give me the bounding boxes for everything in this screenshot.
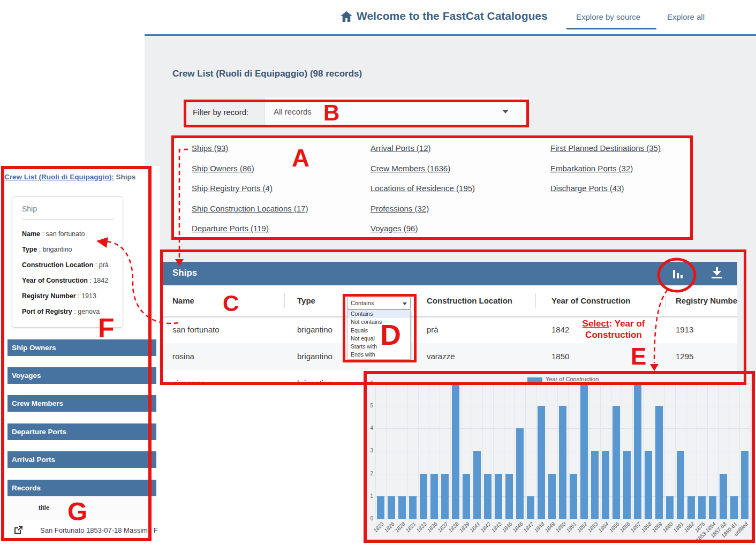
- download-arrow-head: [713, 271, 721, 276]
- chart-bar: [398, 496, 406, 519]
- table-cell: varazze: [427, 343, 455, 369]
- v-gridline: [461, 383, 462, 519]
- table-cell: brigantino: [297, 343, 332, 369]
- sidebar-section-arrival-ports[interactable]: Arrival Ports: [7, 451, 156, 468]
- table-cell: san fortunato: [172, 316, 220, 343]
- year-of-construction-chart: Year of Construction 0123456182318261828…: [367, 374, 752, 540]
- tab-explore-all[interactable]: Explore all: [667, 12, 705, 21]
- catalogue-link[interactable]: Ship Owners (86): [192, 164, 254, 173]
- v-gridline: [407, 383, 408, 519]
- chart-bar: [634, 383, 641, 519]
- header-divider: [145, 34, 756, 36]
- v-gridline: [589, 383, 590, 519]
- home-icon[interactable]: [341, 11, 352, 22]
- chart-bar: [580, 383, 588, 519]
- v-gridline: [515, 383, 515, 519]
- catalogue-link[interactable]: Crew Members (1636): [371, 164, 450, 173]
- h-gridline: [375, 519, 750, 519]
- catalogue-link[interactable]: Ship Registry Ports (4): [192, 184, 273, 193]
- chart-bar: [505, 474, 513, 519]
- table-cell: 1295: [676, 343, 693, 369]
- record-filter-value: All records: [274, 107, 312, 116]
- annotation-letter-a: A: [292, 146, 309, 170]
- y-tick-label: 2: [367, 471, 373, 476]
- chart-plot: 0123456182318261828183118331836183718381…: [367, 374, 752, 540]
- chart-bar: [484, 474, 492, 519]
- chart-bar: [463, 474, 470, 519]
- y-tick-label: 0: [367, 516, 373, 521]
- column-header[interactable]: Construction Location: [427, 285, 512, 316]
- sidebar-sections: Ship OwnersVoyagesCrew MembersDeparture …: [0, 166, 160, 545]
- v-gridline: [675, 383, 676, 519]
- v-gridline: [397, 383, 397, 519]
- v-gridline: [493, 383, 494, 519]
- table-row[interactable]: rosinabrigantinovarazze18501295: [162, 343, 737, 370]
- annotation-letter-b: B: [323, 102, 339, 124]
- column-separator: [665, 293, 666, 308]
- v-gridline: [739, 383, 740, 519]
- chart-bar: [698, 496, 706, 519]
- ships-table-title: Ships: [172, 268, 197, 278]
- catalogue-link[interactable]: Departure Ports (119): [192, 224, 269, 233]
- catalogue-link[interactable]: Discharge Ports (43): [550, 184, 624, 193]
- column-separator: [535, 293, 536, 308]
- chart-bar: [720, 474, 727, 519]
- sidebar-section-ship-owners[interactable]: Ship Owners: [7, 339, 156, 356]
- v-gridline: [654, 383, 654, 519]
- operator-select[interactable]: Contains: [347, 298, 411, 309]
- chart-bar: [495, 474, 502, 519]
- page-title: Welcome to the FastCat Catalogues: [357, 10, 548, 22]
- v-gridline: [632, 383, 633, 519]
- chart-bar: [420, 474, 427, 519]
- column-header[interactable]: Type: [297, 285, 315, 316]
- table-row[interactable]: san fortunatobrigantinoprà18421913: [162, 316, 737, 344]
- table-cell: brigantino: [297, 370, 332, 385]
- catalogue-link[interactable]: Embarkation Ports (32): [550, 164, 633, 173]
- chart-bar: [559, 406, 566, 519]
- chart-bar: [613, 406, 620, 519]
- v-gridline: [450, 383, 451, 519]
- download-icon[interactable]: [710, 266, 723, 281]
- chart-bar: [570, 474, 577, 519]
- chart-bar: [452, 383, 459, 519]
- chart-bar: [623, 451, 631, 519]
- y-tick-label: 5: [367, 403, 373, 408]
- bar-chart-icon[interactable]: [670, 266, 686, 281]
- sidebar-section-records[interactable]: Records: [7, 480, 156, 496]
- catalogue-link[interactable]: Locations of Residence (195): [371, 184, 475, 193]
- v-gridline: [482, 383, 483, 519]
- v-gridline: [622, 383, 622, 519]
- column-header[interactable]: Name: [172, 285, 194, 316]
- chart-bar: [591, 451, 599, 519]
- catalogue-link[interactable]: Professions (32): [371, 204, 429, 213]
- catalogue-link[interactable]: First Planned Destinations (35): [550, 143, 661, 153]
- table-cell: prà: [427, 316, 439, 343]
- chart-bar: [709, 496, 716, 519]
- open-in-new-icon[interactable]: [14, 525, 23, 534]
- v-gridline: [525, 383, 526, 519]
- note-select-word: Select: [583, 319, 609, 329]
- ships-table-title-bar: Ships: [162, 262, 737, 286]
- chevron-down-icon[interactable]: [502, 110, 509, 113]
- y-tick-label: 1: [367, 493, 373, 499]
- chart-bar: [666, 496, 674, 519]
- catalogue-link[interactable]: Arrival Ports (12): [371, 143, 431, 153]
- chart-bar: [388, 496, 395, 519]
- column-header[interactable]: Registry Numbe: [676, 285, 737, 316]
- v-gridline: [686, 383, 686, 519]
- column-header[interactable]: Year of Construction: [551, 285, 631, 316]
- sidebar-section-crew-members[interactable]: Crew Members: [7, 395, 156, 412]
- catalogue-link[interactable]: Ships (93): [192, 143, 228, 153]
- operator-option[interactable]: Contains: [347, 310, 410, 318]
- annotation-letter-g: G: [67, 499, 87, 525]
- v-gridline: [707, 383, 708, 519]
- v-gridline: [643, 383, 644, 519]
- v-gridline: [418, 383, 419, 519]
- operator-option[interactable]: Ends with: [347, 351, 410, 359]
- catalogue-link[interactable]: Ship Construction Locations (17): [192, 204, 308, 213]
- sidebar-section-voyages[interactable]: Voyages: [7, 367, 156, 384]
- y-tick-label: 3: [367, 448, 373, 453]
- tab-explore-by-source[interactable]: Explore by source: [576, 12, 640, 21]
- catalogue-link[interactable]: Voyages (96): [371, 224, 418, 233]
- sidebar-section-departure-ports[interactable]: Departure Ports: [7, 423, 156, 440]
